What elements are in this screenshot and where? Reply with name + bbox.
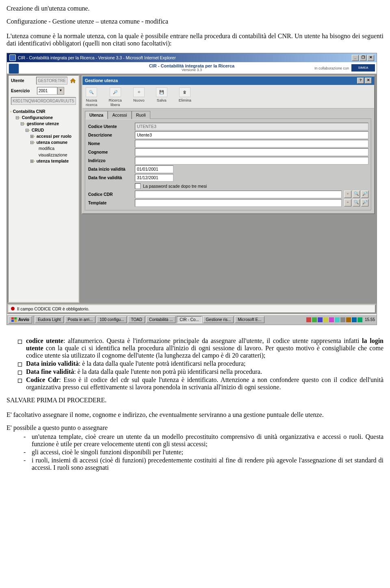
status-bar: Il campo CODICE CDR è obbligatorio. bbox=[8, 304, 376, 313]
home-icon[interactable] bbox=[70, 78, 76, 83]
task-cir[interactable]: CIR - Co... bbox=[177, 316, 202, 323]
tree-gestione-utenze[interactable]: gestione utenze bbox=[27, 121, 59, 126]
utente-field: GESTORETRE bbox=[36, 77, 67, 85]
tree-configurazione[interactable]: Configurazione bbox=[22, 115, 53, 120]
lbl-template: Template bbox=[88, 200, 135, 205]
inp-data-inizio[interactable]: 01/01/2001 bbox=[135, 165, 173, 173]
assign-accessi: gli accessi, cioè le singoli funzioni di… bbox=[6, 449, 384, 456]
tpl-new-icon[interactable]: ▫ bbox=[344, 199, 351, 206]
tray-icon[interactable] bbox=[340, 317, 345, 322]
svg-rect-3 bbox=[14, 320, 17, 322]
tray-icon[interactable] bbox=[306, 317, 311, 322]
window-title: CIR - Contabilità integrata per la Ricer… bbox=[18, 55, 176, 60]
tree-contabilita[interactable]: Contabilita CNR bbox=[13, 109, 46, 114]
svg-rect-2 bbox=[11, 320, 14, 322]
cdr-search-icon[interactable]: 🔍 bbox=[353, 191, 360, 198]
sidebar: Utente GESTORETRE Esercizio 2001 ▼ K8D1T… bbox=[8, 75, 79, 303]
lbl-cognome: Cognome bbox=[88, 150, 135, 154]
tray-icon[interactable] bbox=[312, 317, 317, 322]
tab-accessi[interactable]: Accessi bbox=[108, 111, 131, 119]
maximize-button[interactable]: ❐ bbox=[360, 55, 366, 61]
gestione-section: Gestione utenza ? ✕ 🔍 Nuovaricerca 🔎 Ric… bbox=[82, 76, 375, 214]
tpl-search-icon[interactable]: 🔍 bbox=[353, 199, 360, 206]
tree-accessi-ruolo[interactable]: accessi per ruolo bbox=[37, 134, 72, 139]
minimize-button[interactable]: _ bbox=[352, 55, 359, 61]
inp-template[interactable] bbox=[135, 199, 342, 207]
tray-icon[interactable] bbox=[352, 317, 357, 322]
tray-icon[interactable] bbox=[335, 317, 340, 322]
tb-elimina[interactable]: 🗑 Elimina bbox=[179, 87, 191, 107]
paragraph-assign: E' possibile a questo punto o assegnare bbox=[6, 424, 384, 432]
lbl-descrizione: Descrizione bbox=[88, 132, 135, 137]
chevron-down-icon[interactable]: ▼ bbox=[57, 87, 64, 95]
tree-modifica[interactable]: modifica bbox=[39, 146, 54, 151]
task-posta[interactable]: Posta in arri... bbox=[65, 316, 96, 323]
tree-visualizzazione[interactable]: visualizzazione bbox=[39, 152, 67, 157]
new-icon: ✧ bbox=[133, 87, 145, 97]
tab-ruoli[interactable]: Ruoli bbox=[132, 111, 150, 119]
tray-icon[interactable] bbox=[346, 317, 351, 322]
chk-password-scade[interactable] bbox=[135, 183, 141, 189]
section-help-button[interactable]: ? bbox=[357, 78, 364, 84]
svg-rect-1 bbox=[14, 317, 17, 319]
esercizio-select[interactable]: 2001 bbox=[37, 87, 57, 95]
tree-utenza-comune[interactable]: utenza comune bbox=[37, 140, 67, 145]
utente-label: Utente bbox=[11, 78, 34, 83]
search-free-icon: 🔎 bbox=[110, 87, 121, 97]
app-logo-icon bbox=[9, 63, 19, 74]
system-tray: 15.55 bbox=[306, 317, 375, 322]
inp-cognome[interactable] bbox=[135, 148, 368, 156]
tb-ricerca-libera[interactable]: 🔎 Ricercalibera bbox=[109, 87, 122, 107]
bullet-codice-cdr: Codice Cdr: Esso è il codice del cdr sul… bbox=[6, 376, 384, 391]
inp-indirizzo[interactable] bbox=[135, 157, 368, 165]
task-toad[interactable]: TOAD bbox=[128, 316, 145, 323]
session-code: K8D1TNQW4ORDORDAVRUUT5 bbox=[11, 97, 76, 105]
tray-icon[interactable] bbox=[318, 317, 323, 322]
tray-icon[interactable] bbox=[358, 317, 362, 322]
tab-strip: Utenza Accessi Ruoli bbox=[82, 108, 374, 119]
taskbar: Avvio Eudora Light Posta in arri... 100 … bbox=[7, 314, 377, 325]
section-close-button[interactable]: ✕ bbox=[365, 78, 372, 84]
tree-utenza-template[interactable]: utenza template bbox=[37, 158, 69, 163]
nav-tree: Contabilita CNR ⊟Configurazione ⊟gestion… bbox=[9, 106, 78, 167]
partner-logo: SIMEA bbox=[351, 64, 375, 72]
ie-icon bbox=[9, 54, 16, 61]
save-icon: 💾 bbox=[156, 87, 167, 97]
start-button[interactable]: Avvio bbox=[9, 316, 32, 323]
tpl-browse-icon[interactable]: 🔎 bbox=[361, 199, 368, 206]
tray-icon[interactable] bbox=[323, 317, 328, 322]
doc-breadcrumb: Configurazione - Gestione utenze – utenz… bbox=[6, 18, 384, 25]
task-config[interactable]: 100 configu... bbox=[97, 316, 127, 323]
tab-utenza[interactable]: Utenza bbox=[85, 111, 108, 119]
inp-nome[interactable] bbox=[135, 140, 368, 148]
search-new-icon: 🔍 bbox=[86, 87, 97, 97]
delete-icon: 🗑 bbox=[179, 87, 191, 97]
tb-nuovo[interactable]: ✧ Nuovo bbox=[133, 87, 145, 107]
field-bullets: codice utente: alfanumerico. Questa è l'… bbox=[6, 337, 384, 391]
inp-descrizione[interactable]: Utente3 bbox=[135, 131, 368, 139]
cdr-browse-icon[interactable]: 🔎 bbox=[361, 191, 368, 198]
task-microsoft[interactable]: Microsoft E... bbox=[235, 316, 264, 323]
tb-salva[interactable]: 💾 Salva bbox=[156, 87, 167, 107]
bullet-data-inizio: Data inizio validità: è la data dalla qu… bbox=[6, 360, 384, 367]
section-title: Gestione utenza bbox=[85, 78, 118, 83]
close-button[interactable]: ✕ bbox=[367, 55, 374, 61]
tree-crud[interactable]: CRUD bbox=[32, 128, 44, 132]
doc-intro: L'utenza comune è la normale utenza, con… bbox=[6, 33, 384, 47]
task-eudora[interactable]: Eudora Light bbox=[35, 316, 64, 323]
svg-rect-0 bbox=[11, 317, 14, 319]
app-version: Versione 3.3 bbox=[149, 68, 234, 72]
inp-data-fine[interactable]: 31/12/2001 bbox=[135, 174, 173, 182]
tray-icon[interactable] bbox=[329, 317, 334, 322]
save-note: SALVARE PRIMA DI PROCEDERE. bbox=[6, 397, 384, 404]
inp-codice-cdr[interactable] bbox=[135, 191, 342, 198]
task-contabilita[interactable]: Contabilità ... bbox=[146, 316, 176, 323]
lbl-codice-utente: Codice Utente bbox=[88, 124, 135, 129]
tb-nuova-ricerca[interactable]: 🔍 Nuovaricerca bbox=[86, 87, 98, 107]
collab-label: In collaborazione con bbox=[314, 66, 349, 70]
cdr-new-icon[interactable]: ▫ bbox=[344, 191, 351, 198]
main-panel: Gestione utenza ? ✕ 🔍 Nuovaricerca 🔎 Ric… bbox=[80, 74, 377, 304]
lbl-codice-cdr: Codice CDR bbox=[88, 192, 135, 197]
task-gestione[interactable]: Gestione ris... bbox=[203, 316, 234, 323]
toolbar: 🔍 Nuovaricerca 🔎 Ricercalibera ✧ Nuovo 💾… bbox=[82, 85, 374, 108]
